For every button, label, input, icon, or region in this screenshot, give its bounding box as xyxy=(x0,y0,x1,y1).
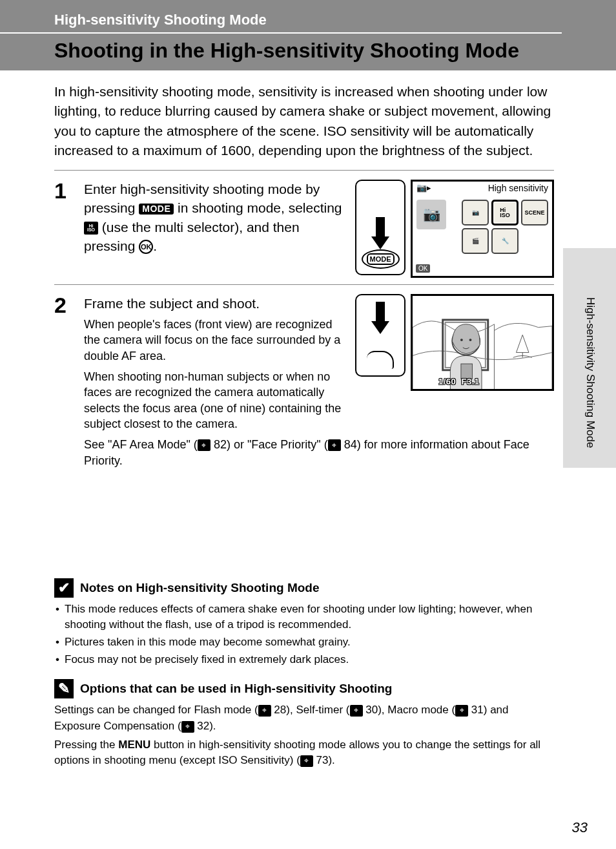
lcd-ok-badge: OK xyxy=(416,264,430,273)
page-ref-icon: ⌖ xyxy=(198,439,210,451)
page-ref-icon: ⌖ xyxy=(258,705,271,717)
mode-button-press-illustration: MODE xyxy=(355,180,406,275)
options-p2: Pressing the MENU button in high-sensiti… xyxy=(54,737,554,769)
notes-item: Focus may not be precisely fixed in extr… xyxy=(54,652,554,668)
pencil-icon: ✎ xyxy=(54,679,74,698)
step-2-p1: When people's faces (front view) are rec… xyxy=(84,317,347,364)
svg-point-6 xyxy=(460,339,463,341)
section-label: High-sensitivity Shooting Mode xyxy=(0,12,562,34)
step-2-p2: When shooting non-human subjects or when… xyxy=(84,369,347,432)
page-ref-icon: ⌖ xyxy=(181,721,194,733)
mode-cell-camera: 📷 xyxy=(462,200,489,225)
mode-cell-setup: 🔧 xyxy=(491,228,518,254)
svg-rect-0 xyxy=(413,296,552,390)
page-header: High-sensitivity Shooting Mode Shooting … xyxy=(0,0,616,70)
scene-svg xyxy=(413,296,552,390)
page-ref-icon: ⌖ xyxy=(350,705,363,717)
lcd-mode-menu-illustration: 📷▸ High sensitivity 📷 📷 HiISO SCENE 🎬 🔧 xyxy=(411,180,554,278)
ghost-camera-icon: 📷 xyxy=(416,200,446,229)
mode-cell-hi-iso: HiISO xyxy=(491,200,518,225)
notes-list: This mode reduces effects of camera shak… xyxy=(54,602,554,668)
options-p1: Settings can be changed for Flash mode (… xyxy=(54,702,554,734)
notes-block: ✔ Notes on High-sensitivity Shooting Mod… xyxy=(54,578,554,668)
page-ref-icon: ⌖ xyxy=(300,755,313,767)
page-number: 33 xyxy=(572,819,588,836)
side-tab-label: High-sensitivity Shooting Mode xyxy=(584,297,597,448)
finger-icon xyxy=(367,351,394,369)
step-number: 2 xyxy=(54,294,74,468)
ok-circle-icon: OK xyxy=(139,240,153,254)
step-2-head: Frame the subject and shoot. xyxy=(84,294,347,313)
mode-cell-movie: 🎬 xyxy=(462,228,489,254)
notes-item: Pictures taken in this mode may become s… xyxy=(54,634,554,651)
options-block: ✎ Options that can be used in High-sensi… xyxy=(54,679,554,769)
step-1: 1 Enter high-sensitivity shooting mode b… xyxy=(54,171,554,284)
step-number: 1 xyxy=(54,180,74,278)
down-arrow-icon xyxy=(371,302,389,334)
camera-icon: 📷▸ xyxy=(416,183,431,193)
lcd-title: High sensitivity xyxy=(488,183,548,193)
notes-item: This mode reduces effects of camera shak… xyxy=(54,602,554,633)
step-2: 2 Frame the subject and shoot. When peop… xyxy=(54,285,554,475)
step-1-text: Enter high-sensitivity shooting mode by … xyxy=(84,180,347,256)
hi-iso-icon: HiISO xyxy=(84,222,98,235)
page-ref-icon: ⌖ xyxy=(455,705,468,717)
lcd-preview-illustration: 1/60 F3.1 xyxy=(411,294,554,391)
exposure-overlay: 1/60 F3.1 xyxy=(438,377,480,386)
notes-title: Notes on High-sensitivity Shooting Mode xyxy=(80,581,320,595)
check-icon: ✔ xyxy=(54,578,74,598)
mode-cell-scene: SCENE xyxy=(521,200,548,225)
page-ref-icon: ⌖ xyxy=(328,439,341,451)
intro-text: In high-sensitivity shooting mode, sensi… xyxy=(54,82,554,161)
step-2-p3: See "AF Area Mode" (⌖ 82) or "Face Prior… xyxy=(84,437,554,468)
options-title: Options that can be used in High-sensiti… xyxy=(80,682,392,696)
page-title: Shooting in the High-sensitivity Shootin… xyxy=(0,34,616,63)
menu-label-icon: MENU xyxy=(118,739,150,751)
down-arrow-icon xyxy=(371,217,389,249)
shutter-press-illustration xyxy=(355,294,406,377)
mode-badge-icon: MODE xyxy=(139,204,174,215)
svg-point-7 xyxy=(469,339,472,341)
